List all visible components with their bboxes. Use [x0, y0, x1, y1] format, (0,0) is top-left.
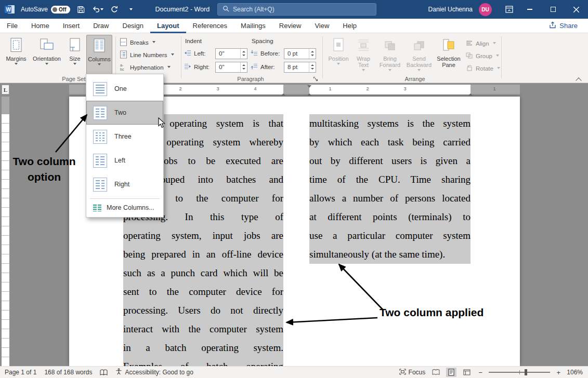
doc-line[interactable]: time of the CPU. Time sharing: [309, 170, 471, 189]
save-icon[interactable]: [75, 4, 87, 15]
doc-line[interactable]: multitasking systems is the system: [309, 114, 471, 133]
close-button[interactable]: [565, 0, 588, 19]
tab-draw[interactable]: Draw: [86, 19, 115, 33]
page-indicator[interactable]: Page 1 of 1: [5, 369, 36, 376]
doc-line[interactable]: operating system, input jobs are: [123, 226, 283, 245]
hyphenation-button[interactable]: a-bc Hyphenation: [120, 62, 171, 73]
doc-line[interactable]: sent to the computer device for: [123, 282, 283, 301]
avatar[interactable]: DU: [479, 3, 492, 16]
margins-button[interactable]: Margins: [3, 35, 29, 74]
spacing-before-stepper[interactable]: [309, 49, 316, 59]
proofing-icon[interactable]: [100, 369, 108, 376]
zoom-slider-thumb[interactable]: [525, 369, 527, 375]
quick-access-chevron[interactable]: [125, 4, 137, 15]
collapse-ribbon-button[interactable]: [575, 76, 582, 83]
selection-pane-button[interactable]: Selection Pane: [435, 35, 463, 74]
rotate-icon: [466, 65, 473, 72]
read-mode-icon[interactable]: [430, 368, 441, 377]
tab-view[interactable]: View: [308, 19, 336, 33]
align-icon: [466, 40, 473, 47]
minimize-button[interactable]: [518, 0, 541, 19]
menu-item-left[interactable]: Left: [86, 148, 163, 172]
ribbon-display-options-icon[interactable]: [500, 0, 518, 19]
doc-line[interactable]: Examples of batch operating: [123, 357, 283, 366]
size-button[interactable]: Size: [64, 35, 85, 74]
tab-design[interactable]: Design: [116, 19, 150, 33]
doc-line[interactable]: processing. Users do not directly: [123, 301, 283, 320]
doc-line[interactable]: out by different users is given a: [309, 152, 471, 170]
doc-line[interactable]: allows a number of persons located: [309, 189, 471, 208]
word-logo[interactable]: W: [4, 4, 16, 15]
tab-file[interactable]: File: [0, 19, 24, 33]
share-button[interactable]: Share: [545, 20, 582, 32]
undo-button[interactable]: [92, 4, 103, 15]
indent-left-label: Left:: [194, 50, 213, 57]
doc-line[interactable]: being prepared in an off-line device: [123, 245, 283, 264]
spacing-after-input[interactable]: 8 pt: [284, 62, 316, 73]
tab-home[interactable]: Home: [24, 19, 56, 33]
more-columns-icon: [93, 205, 101, 211]
group-label-paragraph: Paragraph: [183, 76, 318, 82]
menu-item-three[interactable]: Three: [86, 125, 163, 148]
three-columns-icon: [93, 130, 107, 144]
menu-item-one[interactable]: One: [86, 77, 163, 101]
menu-item-more-columns[interactable]: More Columns...: [86, 200, 163, 215]
redo-button[interactable]: [109, 4, 120, 15]
doc-line[interactable]: by which each task being carried: [309, 133, 471, 152]
print-layout-icon[interactable]: [446, 368, 456, 377]
indent-heading: Indent: [185, 38, 202, 44]
columns-button[interactable]: Columns: [86, 35, 112, 74]
margins-icon: [9, 37, 23, 54]
zoom-out-button[interactable]: −: [477, 369, 484, 376]
search-input[interactable]: Search (Alt+Q): [217, 3, 376, 16]
undo-dropdown-chevron[interactable]: [100, 8, 103, 12]
indent-right-input[interactable]: 0": [215, 62, 247, 73]
vertical-ruler[interactable]: [2, 97, 9, 366]
doc-line[interactable]: in a batch operating system.: [123, 339, 283, 357]
zoom-in-button[interactable]: +: [555, 369, 561, 376]
columns-menu: One Two Three Left Right More Columns...: [86, 74, 164, 218]
indent-left-icon: [184, 50, 191, 57]
tab-insert[interactable]: Insert: [56, 19, 87, 33]
tab-mailings[interactable]: Mailings: [234, 19, 272, 33]
zoom-slider[interactable]: [489, 372, 550, 373]
paragraph-dialog-launcher[interactable]: [312, 75, 319, 83]
indent-left-input[interactable]: 0": [215, 48, 247, 59]
accessibility-status[interactable]: Accessibility: Good to go: [115, 368, 193, 376]
search-placeholder: Search (Alt+Q): [233, 6, 275, 13]
right-indent-marker[interactable]: [281, 85, 286, 94]
focus-button[interactable]: Focus: [399, 369, 426, 376]
doc-line[interactable]: such as a punch card which will be: [123, 264, 283, 282]
menu-item-two[interactable]: Two: [86, 101, 163, 125]
breaks-button[interactable]: Breaks: [120, 37, 155, 48]
zoom-level[interactable]: 106%: [567, 369, 583, 376]
user-name[interactable]: Daniel Uchenna: [428, 6, 473, 13]
spacing-heading: Spacing: [252, 38, 273, 44]
doc-line[interactable]: interact with the computer system: [123, 320, 283, 339]
right-indent-marker[interactable]: [468, 85, 473, 94]
group-icon: [466, 52, 473, 60]
tab-help[interactable]: Help: [336, 19, 363, 33]
orientation-button[interactable]: Orientation: [30, 35, 63, 74]
word-count[interactable]: 168 of 168 words: [44, 369, 92, 376]
doc-line[interactable]: simultaneously (at the same time).: [309, 245, 471, 264]
doc-line[interactable]: use a particular computer system: [309, 226, 471, 245]
tab-review[interactable]: Review: [272, 19, 308, 33]
spacing-after-stepper[interactable]: [309, 62, 316, 72]
web-layout-icon[interactable]: [462, 368, 472, 377]
svg-text:bc: bc: [120, 68, 124, 71]
indent-right-stepper[interactable]: [240, 62, 247, 72]
indent-left-stepper[interactable]: [240, 49, 247, 59]
left-indent-marker[interactable]: [307, 85, 312, 94]
line-numbers-button[interactable]: Line Numbers: [120, 50, 174, 60]
doc-line[interactable]: at different points (terminals) to: [309, 208, 471, 226]
spacing-before-input[interactable]: 0 pt: [284, 48, 316, 59]
text-column-right: multitasking systems is the system by wh…: [309, 114, 471, 264]
tab-stop-selector[interactable]: L: [2, 85, 9, 95]
tab-layout[interactable]: Layout: [150, 19, 186, 33]
menu-item-right[interactable]: Right: [86, 172, 163, 196]
tab-references[interactable]: References: [186, 19, 234, 33]
autosave-label: AutoSave: [21, 6, 48, 13]
autosave-toggle[interactable]: AutoSave Off: [21, 6, 70, 14]
maximize-button[interactable]: [541, 0, 565, 19]
